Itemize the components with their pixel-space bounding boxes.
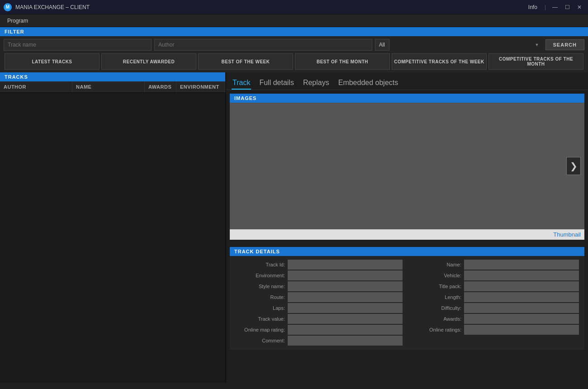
tracks-env-col: ENVIRONMENT — [176, 81, 225, 92]
detail-input-difficulty[interactable] — [464, 303, 579, 313]
detail-row-online-map-rating: Online map rating: — [235, 325, 403, 335]
info-link[interactable]: Info — [525, 3, 541, 11]
detail-label-length: Length: — [412, 294, 461, 300]
filter-row: All SEARCH — [0, 36, 588, 53]
detail-input-vehicle[interactable] — [464, 270, 579, 280]
title-controls: — ☐ ✕ — [550, 3, 584, 11]
track-details-section: TRACK DETAILS Track Id:Environment:Style… — [230, 247, 584, 350]
filter-buttons: LATEST TRACKSRECENTLY AWARDEDBEST OF THE… — [0, 53, 588, 72]
tracks-author-col: AUTHOR — [0, 81, 72, 92]
detail-input-online-map-rating[interactable] — [288, 325, 403, 335]
fields-left: Track Id:Environment:Style name:Route:La… — [235, 260, 403, 346]
tab-track[interactable]: Track — [232, 77, 251, 90]
app-title: MANIA EXCHANGE – CLIENT — [15, 4, 521, 10]
detail-label-vehicle: Vehicle: — [412, 273, 461, 278]
track-name-input[interactable] — [4, 39, 152, 51]
search-button[interactable]: SEARCH — [545, 39, 584, 50]
detail-row-vehicle: Vehicle: — [412, 270, 579, 280]
filter-btn-bestweek[interactable]: BEST OF THE WEEK — [198, 53, 293, 70]
detail-label-comment: Comment: — [235, 338, 285, 343]
detail-row-style-name: Style name: — [235, 281, 403, 291]
detail-row-length: Length: — [412, 292, 579, 302]
filter-section: FILTER All SEARCH LATEST TRACKSRECENTLY … — [0, 27, 588, 72]
image-next-button[interactable]: ❯ — [566, 157, 581, 175]
category-select[interactable]: All — [375, 39, 389, 51]
detail-row-comment: Comment: — [235, 336, 403, 346]
detail-row-environment: Environment: — [235, 270, 403, 280]
minimize-button[interactable]: — — [550, 3, 560, 11]
author-input[interactable] — [154, 39, 372, 51]
title-bar: M MANIA EXCHANGE – CLIENT Info | — ☐ ✕ — [0, 0, 588, 14]
images-label: IMAGES — [230, 94, 584, 103]
program-menu[interactable]: Program — [4, 16, 32, 26]
tracks-list[interactable] — [0, 93, 225, 383]
detail-input-environment[interactable] — [288, 270, 403, 280]
detail-label-name: Name: — [412, 262, 461, 267]
tracks-label: TRACKS — [0, 72, 225, 81]
detail-row-difficulty: Difficulty: — [412, 303, 579, 313]
detail-label-awards: Awards: — [412, 316, 461, 322]
image-container: ❯ — [230, 103, 584, 229]
maximize-button[interactable]: ☐ — [562, 3, 573, 11]
tracks-header: AUTHOR NAME AWARDS ENVIRONMENT — [0, 81, 225, 93]
detail-panel: TrackFull detailsReplaysEmbedded objects… — [226, 72, 588, 383]
filter-btn-latest[interactable]: LATEST TRACKS — [5, 53, 100, 70]
detail-tabs: TrackFull detailsReplaysEmbedded objects — [226, 72, 588, 90]
close-button[interactable]: ✕ — [574, 3, 584, 11]
track-details-label: TRACK DETAILS — [230, 247, 584, 256]
tab-replays[interactable]: Replays — [302, 77, 330, 89]
menu-bar: Program — [0, 14, 588, 27]
detail-label-track-value: Track value: — [235, 316, 285, 322]
app-icon: M — [4, 3, 12, 11]
detail-row-name: Name: — [412, 260, 579, 270]
detail-row-track-id: Track Id: — [235, 260, 403, 270]
main-content: TRACKS AUTHOR NAME AWARDS ENVIRONMENT Tr… — [0, 72, 588, 383]
track-details-grid: Track Id:Environment:Style name:Route:La… — [230, 256, 584, 350]
filter-btn-compmonth[interactable]: COMPETITIVE TRACKS OF THE MONTH — [488, 53, 583, 70]
detail-label-online-map-rating: Online map rating: — [235, 327, 285, 332]
detail-input-track-id[interactable] — [288, 260, 403, 270]
detail-row-title-pack: Title pack: — [412, 281, 579, 291]
detail-label-online-ratings: Online ratings: — [412, 327, 461, 332]
detail-row-track-value: Track value: — [235, 314, 403, 324]
detail-input-comment[interactable] — [288, 336, 403, 346]
filter-btn-recently[interactable]: RECENTLY AWARDED — [101, 53, 196, 70]
detail-input-awards[interactable] — [464, 314, 579, 324]
tab-embedded[interactable]: Embedded objects — [337, 77, 399, 89]
detail-input-style-name[interactable] — [288, 281, 403, 291]
detail-input-length[interactable] — [464, 292, 579, 302]
fields-right: Name:Vehicle:Title pack:Length:Difficult… — [412, 260, 579, 346]
detail-label-title-pack: Title pack: — [412, 284, 461, 289]
thumbnail-label: Thumbnail — [230, 229, 584, 240]
detail-input-title-pack[interactable] — [464, 281, 579, 291]
detail-input-track-value[interactable] — [288, 314, 403, 324]
detail-row-laps: Laps: — [235, 303, 403, 313]
detail-input-name[interactable] — [464, 260, 579, 270]
detail-row-online-ratings: Online ratings: — [412, 325, 579, 335]
category-select-wrapper: All — [375, 39, 543, 51]
tracks-awards-col: AWARDS — [145, 81, 176, 92]
detail-row-awards: Awards: — [412, 314, 579, 324]
tracks-name-col: NAME — [72, 81, 145, 92]
detail-label-difficulty: Difficulty: — [412, 305, 461, 311]
detail-row-route: Route: — [235, 292, 403, 302]
detail-label-environment: Environment: — [235, 273, 285, 278]
detail-label-track-id: Track Id: — [235, 262, 285, 267]
detail-input-online-ratings[interactable] — [464, 325, 579, 335]
images-section: IMAGES ❯ Thumbnail — [230, 94, 584, 240]
filter-btn-compweek[interactable]: COMPETITIVE TRACKS OF THE WEEK — [392, 53, 487, 70]
detail-label-route: Route: — [235, 294, 285, 300]
tab-fulldetails[interactable]: Full details — [258, 77, 294, 89]
detail-label-laps: Laps: — [235, 305, 285, 311]
detail-input-route[interactable] — [288, 292, 403, 302]
filter-btn-bestmonth[interactable]: BEST OF THE MONTH — [295, 53, 390, 70]
tracks-panel: TRACKS AUTHOR NAME AWARDS ENVIRONMENT — [0, 72, 226, 383]
detail-input-laps[interactable] — [288, 303, 403, 313]
filter-label: FILTER — [0, 27, 588, 36]
detail-label-style-name: Style name: — [235, 284, 285, 289]
